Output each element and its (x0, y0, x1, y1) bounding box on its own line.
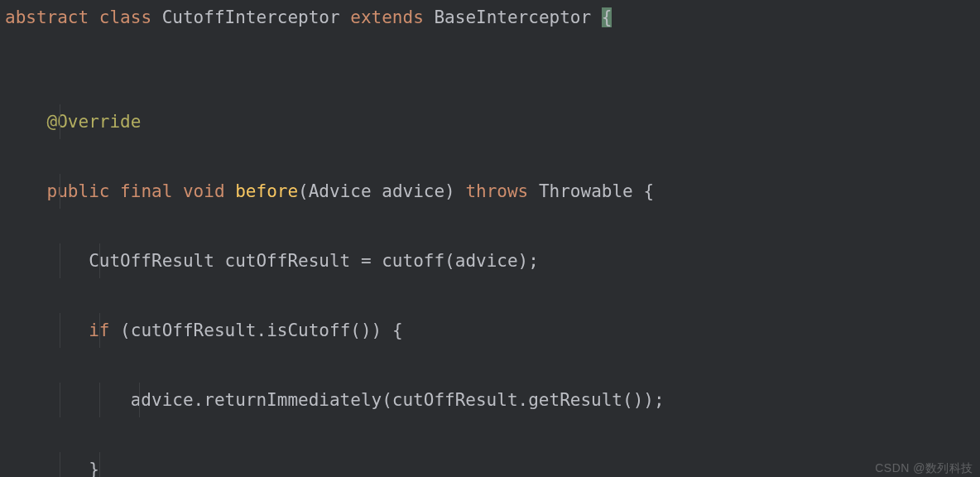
code-line: if (cutOffResult.isCutoff()) { (0, 313, 980, 348)
obj: advice (131, 390, 194, 410)
dot: . (518, 390, 529, 410)
call-parens: () (622, 390, 643, 410)
code-line: abstract class CutoffInterceptor extends… (0, 0, 980, 35)
class-name: CutoffInterceptor (162, 7, 340, 27)
method-call-getresult: getResult (528, 390, 622, 410)
method-call-cutoff: cutoff (382, 251, 444, 271)
code-line: advice.returnImmediately(cutOffResult.ge… (0, 383, 980, 417)
throws-type: Throwable (539, 181, 633, 201)
paren-close: ) (518, 251, 529, 271)
paren-open: ( (444, 251, 455, 271)
paren-close: ) (372, 320, 382, 340)
local-var: cutOffResult (225, 251, 351, 271)
keyword-public: public (47, 181, 110, 201)
keyword-final: final (120, 181, 172, 201)
method-call-iscutoff: isCutoff (267, 320, 350, 340)
dot: . (256, 320, 267, 340)
code-line: @Override (0, 104, 980, 139)
method-call-returnimmediately: returnImmediately (204, 390, 382, 410)
brace-close: } (89, 460, 99, 477)
semicolon: ; (654, 390, 665, 410)
obj: cutOffResult (131, 320, 257, 340)
dot: . (194, 390, 204, 410)
watermark: CSDN @数列科技 (875, 462, 973, 474)
equals: = (361, 251, 372, 271)
code-line: CutOffResult cutOffResult = cutoff(advic… (0, 243, 980, 278)
param-type: Advice (309, 181, 372, 201)
param-name: advice (382, 181, 444, 201)
paren-open: ( (382, 390, 392, 410)
local-type: CutOffResult (89, 251, 214, 271)
code-line: } (0, 452, 980, 477)
paren-close: ) (444, 181, 455, 201)
annotation-override: @Override (47, 112, 142, 132)
keyword-class: class (99, 7, 151, 27)
keyword-abstract: abstract (5, 7, 89, 27)
brace-open: { (392, 320, 403, 340)
paren-open: ( (298, 181, 309, 201)
code-line: public final void before(Advice advice) … (0, 174, 980, 209)
keyword-void: void (183, 181, 225, 201)
brace-open: { (602, 7, 612, 27)
superclass-name: BaseInterceptor (434, 7, 591, 27)
paren-close: ) (643, 390, 654, 410)
arg-obj: cutOffResult (392, 390, 518, 410)
keyword-extends: extends (350, 7, 424, 27)
paren-open: ( (120, 320, 131, 340)
call-parens: () (350, 320, 371, 340)
brace-open: { (643, 181, 654, 201)
code-editor[interactable]: abstract class CutoffInterceptor extends… (0, 0, 980, 477)
semicolon: ; (528, 251, 539, 271)
keyword-throws: throws (465, 181, 528, 201)
arg: advice (455, 251, 518, 271)
method-decl-before: before (235, 181, 298, 201)
